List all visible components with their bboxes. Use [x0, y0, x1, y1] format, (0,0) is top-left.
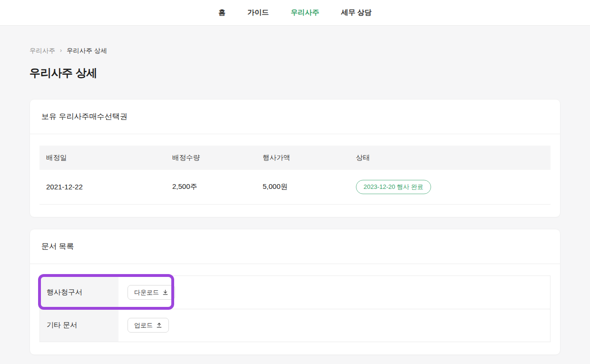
cell-status: 2023-12-20 행사 완료: [349, 170, 551, 204]
cell-quantity: 2,500주: [166, 170, 256, 204]
status-badge: 2023-12-20 행사 완료: [356, 180, 431, 194]
holdings-table-row: 2021-12-22 2,500주 5,000원 2023-12-20 행사 완…: [39, 170, 551, 204]
nav-item-guide[interactable]: 가이드: [247, 8, 269, 17]
documents-table: 행사청구서 다운로드 기타 문서: [39, 275, 551, 342]
page-title: 우리사주 상세: [30, 66, 560, 80]
breadcrumb: 우리사주 › 우리사주 상세: [30, 47, 560, 55]
nav-item-home[interactable]: 홈: [218, 8, 226, 17]
doc-action-exercise-request: 다운로드: [118, 276, 550, 309]
breadcrumb-current: 우리사주 상세: [67, 47, 107, 55]
nav-menu: 홈 가이드 우리사주 세무 상담: [218, 8, 372, 17]
documents-card: 문서 목록 행사청구서 다운로드: [30, 229, 560, 355]
upload-button[interactable]: 업로드: [128, 318, 169, 333]
column-header-allocation-date: 배정일: [39, 146, 166, 170]
holdings-card-title: 보유 우리사주매수선택권: [30, 99, 560, 134]
download-button[interactable]: 다운로드: [128, 285, 175, 300]
cell-allocation-date: 2021-12-22: [39, 170, 166, 204]
nav-item-tax-consult[interactable]: 세무 상담: [341, 8, 372, 17]
chevron-right-icon: ›: [60, 47, 62, 54]
doc-row-exercise-request: 행사청구서 다운로드: [40, 276, 550, 309]
holdings-card: 보유 우리사주매수선택권 배정일 배정수량 행사가액 상태 2021-12-22: [30, 99, 560, 217]
doc-action-other-documents: 업로드: [118, 309, 550, 342]
column-header-status: 상태: [349, 146, 551, 170]
breadcrumb-parent[interactable]: 우리사주: [30, 47, 55, 55]
app: 홈 가이드 우리사주 세무 상담 우리사주 › 우리사주 상세 우리사주 상세 …: [0, 0, 590, 364]
doc-label-other-documents: 기타 문서: [40, 309, 118, 342]
documents-card-body: 행사청구서 다운로드 기타 문서: [30, 264, 560, 354]
column-header-quantity: 배정수량: [166, 146, 256, 170]
doc-label-exercise-request: 행사청구서: [40, 276, 118, 309]
top-navigation: 홈 가이드 우리사주 세무 상담: [0, 0, 590, 26]
documents-card-title: 문서 목록: [30, 229, 560, 264]
download-icon: [162, 289, 168, 295]
upload-icon: [156, 322, 162, 328]
holdings-table-header-row: 배정일 배정수량 행사가액 상태: [39, 146, 551, 170]
column-header-exercise-price: 행사가액: [256, 146, 349, 170]
upload-button-label: 업로드: [134, 322, 153, 328]
download-button-label: 다운로드: [134, 289, 159, 295]
cell-exercise-price: 5,000원: [256, 170, 349, 204]
holdings-card-body: 배정일 배정수량 행사가액 상태 2021-12-22 2,500주 5,000…: [30, 134, 560, 217]
main-content: 우리사주 › 우리사주 상세 우리사주 상세 보유 우리사주매수선택권 배정일 …: [0, 47, 590, 355]
nav-item-esop[interactable]: 우리사주: [291, 8, 319, 17]
doc-row-other-documents: 기타 문서 업로드: [40, 309, 550, 342]
holdings-table: 배정일 배정수량 행사가액 상태 2021-12-22 2,500주 5,000…: [39, 146, 551, 205]
